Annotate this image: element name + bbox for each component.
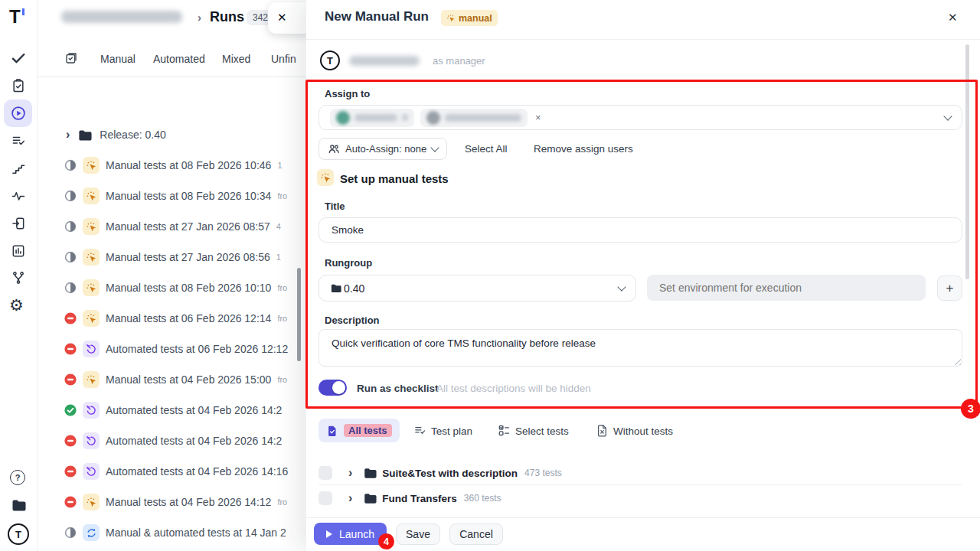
suite-chevron-icon[interactable]: › bbox=[348, 491, 352, 505]
environment-input[interactable] bbox=[647, 275, 926, 301]
remove-assign-users-button[interactable]: Remove assign users bbox=[534, 143, 633, 155]
status-failed-icon bbox=[64, 465, 77, 478]
run-row[interactable]: Automated tests at 04 Feb 2026 14:2 bbox=[37, 425, 306, 456]
mixed-run-icon bbox=[83, 524, 100, 541]
tab-manual[interactable]: Manual bbox=[100, 53, 136, 65]
run-row[interactable]: Manual tests at 08 Feb 2026 10:10fro bbox=[37, 272, 306, 303]
tab-unfinished[interactable]: Unfin bbox=[271, 53, 296, 65]
status-in-progress-icon bbox=[64, 220, 77, 233]
run-title: Manual tests at 27 Jan 2026 08:56 bbox=[106, 251, 270, 263]
run-row[interactable]: Automated tests at 04 Feb 2026 14:2 bbox=[37, 395, 306, 425]
settings-gear-icon[interactable]: ⚙ bbox=[9, 297, 24, 313]
branches-icon[interactable] bbox=[11, 270, 26, 285]
suite-checkbox[interactable] bbox=[318, 466, 332, 480]
test-plans-icon[interactable] bbox=[11, 133, 26, 148]
run-title: Manual & automated tests at 14 Jan 2 bbox=[106, 527, 286, 539]
run-as-checklist-toggle[interactable] bbox=[318, 380, 347, 396]
run-title: Automated tests at 06 Feb 2026 12:12 bbox=[106, 343, 288, 355]
results-icon[interactable] bbox=[11, 51, 26, 66]
run-type-filter-icon[interactable] bbox=[64, 51, 78, 65]
run-row[interactable]: Manual tests at 04 Feb 2026 14:12fro bbox=[37, 487, 306, 517]
steps-icon[interactable] bbox=[11, 161, 26, 176]
manual-run-icon bbox=[83, 157, 100, 174]
run-meta: 1 bbox=[276, 253, 281, 262]
suite-checkbox[interactable] bbox=[318, 491, 332, 505]
manual-section-icon bbox=[317, 169, 334, 186]
blurred-assignee-name bbox=[354, 114, 397, 122]
folder-icon bbox=[77, 128, 92, 142]
folder-chevron-icon[interactable]: › bbox=[66, 128, 70, 142]
suite-chevron-icon[interactable]: › bbox=[348, 466, 352, 480]
auto-assign-dropdown[interactable]: Auto-Assign: none bbox=[318, 138, 447, 160]
tab-without-tests[interactable]: Without tests bbox=[613, 425, 673, 437]
launch-button[interactable]: Launch bbox=[314, 523, 387, 545]
test-plan-icon bbox=[413, 424, 426, 437]
reports-chart-icon[interactable] bbox=[11, 243, 26, 259]
suite-row[interactable]: › Suite&Test with description 473 tests bbox=[318, 461, 962, 484]
modal-close-icon[interactable]: ✕ bbox=[948, 11, 958, 24]
test-cases-icon[interactable] bbox=[11, 78, 26, 93]
suite-row[interactable]: › Fund Transfers 360 tests bbox=[318, 487, 962, 510]
sidebar-item-runs[interactable] bbox=[4, 99, 32, 127]
rungroup-select[interactable]: 0.40 bbox=[318, 275, 636, 302]
tab-mixed[interactable]: Mixed bbox=[222, 53, 250, 65]
without-tests-icon bbox=[596, 424, 609, 437]
tab-test-plan[interactable]: Test plan bbox=[431, 425, 472, 437]
blurred-manager-name bbox=[349, 56, 420, 66]
analytics-pulse-icon[interactable] bbox=[11, 188, 26, 204]
automated-run-icon bbox=[83, 463, 100, 480]
status-in-progress-icon bbox=[64, 159, 77, 171]
runs-play-icon bbox=[10, 105, 27, 122]
assignee-chip[interactable] bbox=[330, 109, 414, 127]
new-manual-run-modal: New Manual Run manual ✕ T as manager Ass… bbox=[306, 0, 980, 551]
suite-test-count: 360 tests bbox=[464, 493, 501, 504]
save-button[interactable]: Save bbox=[396, 523, 440, 545]
folder-icon bbox=[363, 491, 377, 505]
title-input[interactable] bbox=[318, 217, 962, 243]
run-row[interactable]: Manual & automated tests at 14 Jan 2 bbox=[37, 517, 306, 548]
select-all-button[interactable]: Select All bbox=[465, 143, 508, 155]
panel-close-icon[interactable]: ✕ bbox=[277, 11, 287, 24]
cancel-button[interactable]: Cancel bbox=[449, 523, 503, 545]
tab-select-tests[interactable]: Select tests bbox=[515, 425, 569, 437]
run-row[interactable]: Automated tests at 04 Feb 2026 14:16 bbox=[37, 456, 306, 487]
tab-automated[interactable]: Automated bbox=[153, 53, 205, 65]
manual-type-badge: manual bbox=[441, 10, 498, 26]
folder-label: Release: 0.40 bbox=[100, 129, 165, 141]
manual-run-icon bbox=[83, 249, 100, 266]
run-row[interactable]: Manual tests at 08 Feb 2026 10:461 bbox=[37, 150, 306, 181]
rungroup-label: Rungroup bbox=[325, 257, 372, 269]
blurred-project-name[interactable] bbox=[61, 11, 182, 23]
assignee-avatar bbox=[336, 111, 350, 125]
run-row[interactable]: Manual tests at 06 Feb 2026 12:14fro bbox=[37, 303, 306, 334]
run-row[interactable]: Manual tests at 27 Jan 2026 08:561 bbox=[37, 242, 306, 272]
chip-remove-icon[interactable]: × bbox=[535, 112, 541, 123]
run-row[interactable]: Automated tests at 06 Feb 2026 12:12 bbox=[37, 334, 306, 364]
run-meta: fro bbox=[277, 497, 287, 507]
help-icon[interactable]: ? bbox=[10, 470, 25, 485]
description-label: Description bbox=[325, 315, 380, 326]
app-logo: T bbox=[9, 6, 21, 28]
chip-remove-icon[interactable] bbox=[402, 114, 408, 121]
breadcrumb-runs-title: Runs bbox=[210, 9, 244, 25]
run-meta: 4 bbox=[276, 222, 281, 231]
doc-check-icon bbox=[326, 425, 338, 437]
tab-all-tests[interactable]: All tests bbox=[318, 419, 400, 442]
manual-run-icon bbox=[83, 371, 100, 388]
import-icon[interactable] bbox=[11, 216, 26, 231]
assignee-chip[interactable] bbox=[420, 109, 528, 127]
status-failed-icon bbox=[64, 343, 77, 355]
modal-scrollbar[interactable] bbox=[965, 44, 969, 279]
description-textarea[interactable]: Quick verification of core TMS functiona… bbox=[318, 329, 962, 367]
run-title: Manual tests at 04 Feb 2026 14:12 bbox=[106, 496, 271, 508]
run-row[interactable]: Manual tests at 04 Feb 2026 15:00fro bbox=[37, 364, 306, 395]
assign-to-select[interactable]: × bbox=[318, 105, 962, 130]
add-environment-button[interactable]: + bbox=[937, 276, 962, 301]
projects-folder-icon[interactable] bbox=[11, 497, 26, 513]
account-avatar[interactable]: T bbox=[8, 523, 29, 545]
folder-row-release[interactable]: › Release: 0.40 bbox=[37, 119, 306, 150]
run-row[interactable]: Manual tests at 27 Jan 2026 08:574 bbox=[37, 211, 306, 242]
run-row[interactable]: Manual tests at 08 Feb 2026 10:34fro bbox=[37, 181, 306, 211]
rungroup-value: 0.40 bbox=[344, 282, 364, 295]
title-label: Title bbox=[325, 201, 345, 212]
